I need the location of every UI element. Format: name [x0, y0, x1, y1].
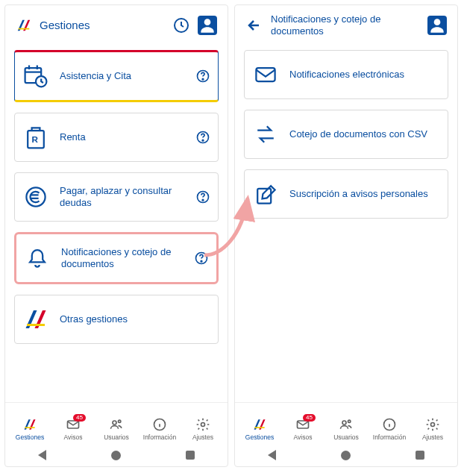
nav-label: Avisos — [294, 433, 313, 441]
nav-usuarios[interactable]: Usuarios — [95, 417, 138, 441]
user-icon[interactable] — [427, 16, 447, 35]
nav-gestiones[interactable]: Gestiones — [238, 417, 281, 441]
nav-avisos[interactable]: 45 Avisos — [281, 417, 325, 441]
android-nav — [235, 444, 457, 466]
svg-point-10 — [202, 140, 204, 141]
card-label: Suscripción a avisos personales — [289, 188, 440, 200]
back-arrow-icon[interactable] — [245, 16, 263, 34]
card-label: Cotejo de documentos con CSV — [289, 128, 440, 140]
svg-point-19 — [113, 421, 116, 425]
badge-count: 45 — [303, 414, 316, 422]
help-icon[interactable] — [194, 251, 209, 266]
nav-label: Usuarios — [104, 433, 129, 441]
mail-icon — [252, 61, 279, 88]
svg-rect-0 — [19, 28, 30, 30]
card-label: Notificaciones electrónicas — [289, 69, 440, 81]
bell-icon — [24, 245, 51, 272]
svg-text:R: R — [32, 134, 39, 144]
svg-point-29 — [348, 420, 351, 422]
card-pagar[interactable]: Pagar, aplazar y consultar deudas — [14, 172, 219, 222]
left-header: Gestiones — [5, 5, 228, 46]
svg-point-2 — [204, 19, 211, 25]
svg-rect-26 — [254, 427, 264, 428]
nav-label: Información — [143, 433, 176, 441]
help-icon[interactable] — [195, 130, 210, 145]
right-phone: Notificaciones y cotejo de documentos No… — [234, 4, 458, 467]
nav-ajustes[interactable]: Ajustes — [181, 417, 225, 441]
svg-point-31 — [431, 423, 435, 427]
nav-label: Avisos — [64, 433, 83, 441]
right-bottom-nav: Gestiones 45 Avisos Usuarios Información… — [235, 402, 457, 444]
nav-label: Gestiones — [16, 433, 44, 441]
right-title: Notificaciones y cotejo de documentos — [271, 13, 420, 37]
android-recent-icon[interactable] — [416, 451, 424, 460]
svg-point-15 — [201, 260, 202, 262]
help-icon[interactable] — [195, 190, 210, 204]
svg-point-20 — [119, 420, 121, 422]
nav-avisos[interactable]: 45 Avisos — [51, 417, 95, 441]
svg-point-11 — [26, 187, 45, 206]
android-back-icon[interactable] — [38, 450, 46, 460]
android-nav — [5, 444, 228, 466]
clock-icon[interactable] — [172, 16, 190, 34]
svg-point-23 — [434, 19, 441, 25]
calendar-clock-icon — [22, 63, 49, 90]
svg-point-28 — [342, 421, 346, 425]
android-back-icon[interactable] — [268, 450, 276, 460]
card-label: Renta — [60, 131, 185, 143]
android-home-icon[interactable] — [341, 451, 351, 460]
svg-rect-24 — [256, 68, 275, 81]
android-recent-icon[interactable] — [186, 451, 195, 460]
card-renta[interactable]: R Renta — [14, 113, 219, 162]
card-otras[interactable]: Otras gestiones — [14, 295, 219, 344]
svg-rect-16 — [27, 324, 45, 326]
nav-usuarios[interactable]: Usuarios — [325, 417, 368, 441]
card-cotejo-csv[interactable]: Cotejo de documentos con CSV — [244, 110, 448, 159]
card-label: Notificaciones y cotejo de documentos — [61, 246, 184, 271]
left-phone: Gestiones Asistencia y Cita — [4, 4, 228, 467]
right-header: Notificaciones y cotejo de documentos — [235, 5, 457, 46]
nav-informacion[interactable]: Información — [138, 417, 181, 441]
nav-gestiones[interactable]: Gestiones — [8, 417, 51, 441]
card-label: Asistencia y Cita — [60, 70, 185, 82]
right-content: Notificaciones electrónicas Cotejo de do… — [235, 46, 457, 402]
renta-icon: R — [22, 124, 49, 151]
nav-label: Ajustes — [192, 433, 213, 441]
aeat-logo-icon — [22, 306, 49, 333]
user-icon[interactable] — [198, 16, 217, 35]
nav-ajustes[interactable]: Ajustes — [411, 417, 454, 441]
edit-document-icon — [252, 181, 279, 207]
left-bottom-nav: Gestiones 45 Avisos Usuarios Información… — [5, 402, 228, 444]
help-icon[interactable] — [195, 69, 210, 84]
swap-arrows-icon — [252, 121, 279, 148]
svg-rect-17 — [25, 427, 34, 428]
card-label: Otras gestiones — [60, 313, 210, 325]
android-home-icon[interactable] — [111, 451, 121, 460]
card-asistencia[interactable]: Asistencia y Cita — [14, 50, 219, 102]
nav-label: Usuarios — [333, 433, 359, 441]
card-suscripcion[interactable]: Suscripción a avisos personales — [244, 169, 448, 219]
nav-label: Ajustes — [422, 433, 443, 441]
nav-label: Gestiones — [245, 433, 274, 441]
card-notif-electronicas[interactable]: Notificaciones electrónicas — [244, 50, 448, 99]
euro-icon — [22, 184, 49, 210]
nav-informacion[interactable]: Información — [368, 417, 411, 441]
svg-point-13 — [202, 199, 204, 201]
left-content: Asistencia y Cita R Renta — [5, 46, 228, 402]
nav-label: Información — [373, 433, 406, 441]
svg-point-22 — [201, 423, 205, 427]
card-label: Pagar, aplazar y consultar deudas — [60, 185, 185, 210]
svg-point-6 — [202, 78, 204, 80]
card-notificaciones[interactable]: Notificaciones y cotejo de documentos — [14, 232, 219, 284]
badge-count: 45 — [73, 414, 86, 422]
aeat-logo-icon — [16, 17, 32, 34]
left-title: Gestiones — [40, 19, 165, 32]
